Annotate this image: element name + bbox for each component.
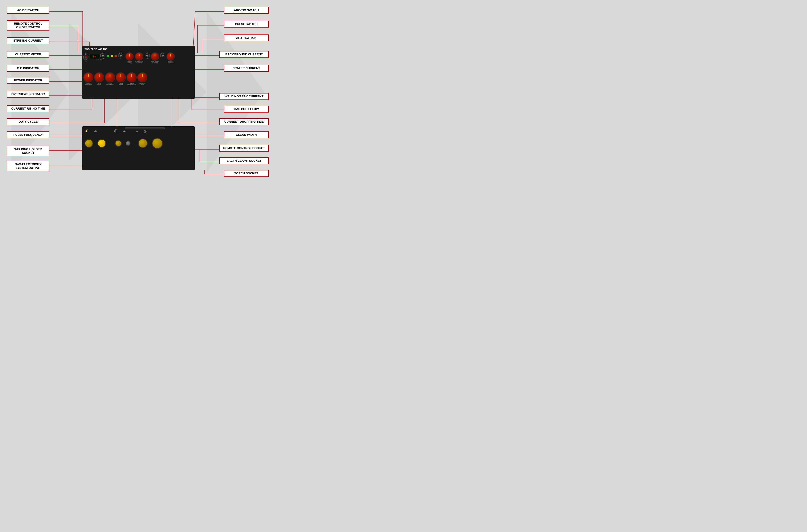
label-earth-clamp: EACTH CLAMP SOCKET <box>219 157 269 164</box>
remote-icon: ⦾ <box>114 129 117 133</box>
knob-welding-peak[interactable]: WELDING/PEAKCURRENT <box>135 52 143 64</box>
label-oc-indicator: O.C INDICATOR <box>7 65 50 72</box>
label-crater-current: CRATER CURRENT <box>224 65 269 72</box>
torch-socket-conn[interactable] <box>152 138 163 149</box>
knob-pulse-freq[interactable]: PULSEFREQUENCY <box>105 72 115 86</box>
earth-clamp-socket[interactable] <box>138 138 148 148</box>
label-current-dropping-time: CURRENT DROPPING TIME <box>219 118 269 125</box>
knob-duty-cycle[interactable]: DUTYCYCLE <box>94 72 104 86</box>
label-torch-socket: TORCH SOCKET <box>224 170 269 177</box>
label-background-current: BACKGROUND CURRENT <box>219 51 269 58</box>
label-remote-control-socket: REMOTE CONTROL SOCKET <box>219 145 269 152</box>
label-arc-tig-switch: ARC/TIG SWITCH <box>224 7 269 14</box>
label-welding-peak-current: WELDING/PEAK CURRENT <box>219 93 269 100</box>
label-pulse-frequency: PULSE FREQUENCY <box>7 131 50 138</box>
machine-bottom-panel: ⚡ ⊕ ⦾ ⊗ ⏚ ◎ <box>82 126 195 170</box>
knob-clean-width[interactable]: CLEANWIDTH <box>116 72 126 86</box>
knob-striking[interactable]: STRIKINGCURRENT <box>126 52 134 64</box>
label-remote-onoff: REMOTE CONTROLON/OFF SWITCH <box>7 20 50 31</box>
knob-current-rising[interactable]: CURRENTRISING TIME <box>83 72 94 86</box>
gas-electricity-socket[interactable] <box>97 139 106 148</box>
label-acdc-switch: AC/DC SWITCH <box>7 7 50 14</box>
switch-repeat[interactable]: REPEAT <box>160 52 165 57</box>
label-pulse-switch: PULSE SWITCH <box>224 21 269 27</box>
label-welding-holder: WELDING HOLDERSOCKET <box>7 146 50 156</box>
label-current-meter: CURRENT METER <box>7 51 50 58</box>
welding-holder-socket[interactable] <box>84 139 93 148</box>
led-display: 88 <box>90 54 99 59</box>
handle-bar <box>125 128 165 129</box>
label-striking-current: STRIKING CURRENT <box>7 37 50 44</box>
connector-icon: ⊗ <box>123 129 126 133</box>
torch-icon: ◎ <box>144 129 147 133</box>
knob-crater[interactable]: CRATERCURRENT <box>167 52 175 64</box>
label-2t4t-switch: 2T/4T SWITCH <box>224 35 269 41</box>
knob-gas-post-flow[interactable]: GAS POSTFLOW <box>137 72 148 86</box>
earth-icon: ⏚ <box>136 129 138 133</box>
switch-arc-tig[interactable]: ARC TIG <box>100 52 105 59</box>
small-connector[interactable] <box>126 141 131 146</box>
switch-on-ac[interactable]: ON AC OFF DC <box>83 52 89 62</box>
welding-holder-icon: ⚡ <box>84 129 89 133</box>
gas-icon: ⊕ <box>94 129 97 133</box>
label-current-rising-time: CURRENT RISING TIME <box>7 105 50 112</box>
oc-led <box>111 55 113 57</box>
switch-2t4t[interactable]: 2T 4T <box>145 52 150 59</box>
label-clean-width: CLEAN WIDTH <box>224 131 269 138</box>
remote-socket[interactable] <box>115 140 122 147</box>
label-power-indicator: POWER INDICATOR <box>7 77 50 84</box>
machine-top-panel: TIG-200P AC DC ON AC OFF DC 88 ARC <box>82 46 195 99</box>
power-led <box>107 55 109 57</box>
knob-current-dropping[interactable]: CURRENTDROPPING TIME <box>127 72 137 86</box>
label-overheat-indicator: OVERHEAT INDICATOR <box>7 91 50 98</box>
label-duty-cycle: DUTY CYCLE <box>7 118 50 125</box>
switch-lf-mf[interactable]: LF M F <box>118 52 123 59</box>
overheat-led <box>114 55 117 57</box>
label-gas-electricity: GAS-ELECTRICITYSYSTEM OUTPUT <box>7 161 50 171</box>
knob-background[interactable]: BACKGROUNDCURRENT <box>151 52 159 64</box>
label-gas-post-flow: GAS POST FLOW <box>224 106 269 113</box>
panel-title: TIG-200P AC DC <box>84 48 107 51</box>
